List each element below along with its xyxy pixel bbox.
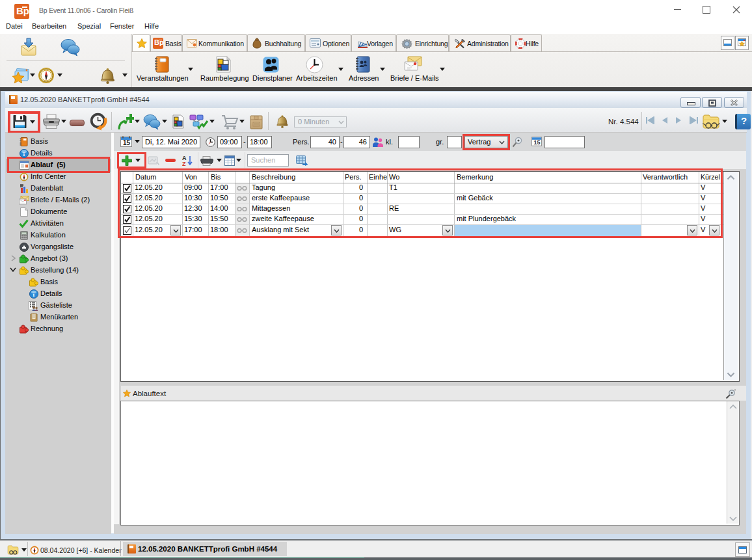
svg-text:Z: Z — [182, 161, 186, 167]
svg-text:15: 15 — [123, 139, 131, 146]
svg-text:15: 15 — [534, 139, 541, 146]
